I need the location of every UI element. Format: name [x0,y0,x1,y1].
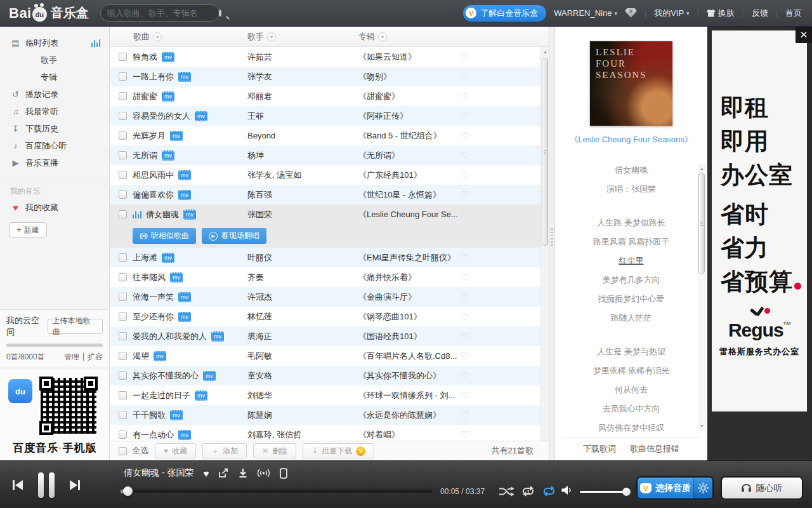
table-row[interactable]: 其实你不懂我的心mv童安格《其实你不懂我的心》♡ [110,366,549,385]
favorite-heart-icon[interactable]: ♡ [461,307,469,326]
next-track-button[interactable] [67,478,82,493]
scroll-down-arrow[interactable]: ▼ [698,422,706,430]
favorite-heart-icon[interactable]: ♡ [461,145,469,165]
table-scrollbar[interactable]: ▲ [540,47,549,441]
table-row[interactable]: 沧海一声笑mv许冠杰《金曲演斗厅》♡ [110,287,549,307]
album-cell[interactable]: 《环球一双情缘系列 - 刘... [358,385,495,405]
row-checkbox[interactable] [119,431,127,439]
album-cell[interactable]: 《如果云知道》 [358,47,495,67]
row-checkbox[interactable] [119,293,127,301]
favorite-heart-icon[interactable]: ♡ [461,425,469,441]
favorite-heart-icon[interactable]: ♡ [461,405,469,425]
mv-badge[interactable]: mv [162,253,174,263]
row-checkbox[interactable] [119,411,127,419]
scrollbar-thumb[interactable] [542,58,548,246]
song-title[interactable]: 无所谓 [133,150,157,161]
favorite-track-icon[interactable]: ♥ [203,468,209,479]
upload-local-songs-button[interactable]: 上传本地歌曲 [48,319,103,334]
mv-badge[interactable]: mv [170,410,183,420]
row-checkbox[interactable] [119,210,127,218]
loop-icon-active[interactable] [542,485,556,497]
sort-icon[interactable]: ▾ [267,32,276,41]
quality-settings-button[interactable] [693,478,712,498]
mv-badge[interactable]: mv [211,331,224,342]
favorite-heart-icon[interactable]: ♡ [461,287,469,307]
mv-badge[interactable]: mv [195,391,207,401]
album-cover[interactable]: LESLIE FOUR SEASONS [590,41,672,126]
artist-cell[interactable]: 叶丽仪 [247,248,352,267]
row-checkbox[interactable] [119,273,127,281]
mv-badge[interactable]: mv [203,371,216,381]
favorite-heart-icon[interactable]: ♡ [461,346,469,366]
username-menu[interactable]: WARREN_Nine ▾ [554,8,617,18]
mv-badge[interactable]: mv [162,150,174,161]
artist-cell[interactable]: 童安格 [247,366,352,385]
album-cell[interactable]: 《国语经典101》 [358,326,495,346]
row-checkbox[interactable] [119,332,127,340]
album-title-link[interactable]: 《Leslie Cheung Four Seasons》 [555,134,707,145]
sidebar-item-2[interactable]: 专辑 [0,69,109,86]
mv-badge[interactable]: mv [178,312,191,322]
table-row[interactable]: 一路上有你mv张学友《吻别》♡ [110,67,549,86]
vip-diamond-icon[interactable]: V [625,8,637,18]
table-row[interactable]: 甜蜜蜜mv邓丽君《甜蜜蜜》♡ [110,86,549,106]
table-row[interactable]: 至少还有你mv林忆莲《钢琴恋曲101》♡ [110,307,549,326]
current-track-label[interactable]: 倩女幽魂 - 张国荣 [124,467,193,479]
add-button[interactable]: ＋ 添加 [202,443,247,458]
artist-cell[interactable]: 裘海正 [247,326,352,346]
artist-cell[interactable]: 林忆莲 [247,307,352,326]
feedback-link[interactable]: 反馈 [752,8,768,19]
artist-cell[interactable]: 邓丽君 [247,86,352,106]
table-row[interactable]: 千千阙歌mv陈慧娴《永远是你的陈慧娴》♡ [110,405,549,425]
album-cell[interactable]: 《Band 5 - 世纪组合》 [358,126,495,145]
sidebar-item-4[interactable]: ♫我最常听 [0,103,109,120]
expand-link[interactable]: 扩容 [88,352,103,363]
row-checkbox[interactable] [119,112,127,120]
baidu-music-logo[interactable]: Bai du 音乐盒 [9,4,89,22]
lyrics-scrollbar[interactable]: ▲ ▼ [698,164,706,431]
row-checkbox[interactable] [119,312,127,321]
song-title[interactable]: 一路上有你 [133,71,174,83]
album-cell[interactable]: 《其实你不懂我的心》 [358,366,495,385]
artist-cell[interactable]: 王菲 [247,106,352,126]
table-row[interactable]: 容易受伤的女人mv王菲《阿菲正传》♡ [110,106,549,126]
skin-button[interactable]: 换肤 [707,8,735,19]
favorite-heart-icon[interactable]: ♡ [461,67,469,86]
download-track-icon[interactable] [239,468,247,478]
row-checkbox[interactable] [119,190,127,199]
table-row[interactable]: 无所谓mv杨坤《无所谓》♡ [110,145,549,165]
album-cell[interactable]: 《甜蜜蜜》 [358,86,495,106]
action-button-0[interactable]: ((•))听相似歌曲 [133,228,196,244]
row-checkbox[interactable] [119,151,127,159]
shuffle-icon[interactable] [499,486,514,497]
action-button-1[interactable]: ▶看现场翻唱 [202,228,266,244]
manage-link[interactable]: 管理 [64,352,79,363]
song-title[interactable]: 至少还有你 [133,311,174,323]
platinum-promo-button[interactable]: V 了解白金音乐盒 [463,5,546,22]
artist-cell[interactable]: 刘德华 [247,385,352,405]
similar-songs-icon[interactable] [257,469,270,478]
album-cell[interactable]: 《阿菲正传》 [358,106,495,126]
row-checkbox[interactable] [119,92,127,100]
album-cell[interactable]: 《吻别》 [358,67,495,86]
artist-cell[interactable]: 张国荣 [247,204,352,224]
artist-cell[interactable]: 杨坤 [247,145,352,165]
download-lyrics-link[interactable]: 下载歌词 [583,443,616,455]
table-row[interactable]: 爱我的人和我爱的人mv裘海正《国语经典101》♡ [110,326,549,346]
song-title[interactable]: 上海滩 [133,252,157,264]
sidebar-item-3[interactable]: ↺播放记录 [0,86,109,103]
row-checkbox[interactable] [119,131,127,140]
progress-bar[interactable] [121,490,433,493]
column-header-artist[interactable]: 歌手 ▾ [247,27,276,47]
ad-close-button[interactable]: ✕ [796,27,812,43]
song-title[interactable]: 光辉岁月 [133,130,166,142]
song-title[interactable]: 偏偏喜欢你 [133,189,174,201]
row-checkbox[interactable] [119,53,127,61]
panel-splitter[interactable] [549,27,555,460]
sidebar-item-favorites[interactable]: ♥ 我的收藏 [0,199,109,216]
album-cell[interactable]: 《钢琴恋曲101》 [358,307,495,326]
mv-badge[interactable]: mv [195,111,207,121]
mv-badge[interactable]: mv [162,52,174,62]
song-title[interactable]: 爱我的人和我爱的人 [133,331,207,342]
table-row[interactable]: 一起走过的日子mv刘德华《环球一双情缘系列 - 刘...♡ [110,385,549,405]
